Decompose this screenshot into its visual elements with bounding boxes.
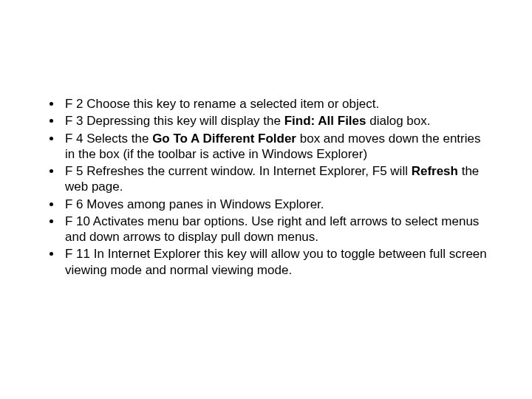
fkey-text: Selects the (83, 132, 153, 146)
fkey-text: Choose this key to rename a selected ite… (83, 97, 380, 111)
fkey-label: F 6 (65, 197, 83, 211)
slide: F 2 Choose this key to rename a selected… (0, 0, 532, 399)
fkey-list: F 2 Choose this key to rename a selected… (44, 96, 488, 278)
fkey-label: F 5 (65, 164, 83, 178)
fkey-text: Refreshes the current window. In Interne… (83, 164, 412, 178)
bold-text: Go To A Different Folder (152, 132, 296, 146)
list-item: F 4 Selects the Go To A Different Folder… (62, 131, 488, 163)
fkey-text: Activates menu bar options. Use right an… (65, 214, 479, 244)
fkey-text: dialog box. (366, 114, 431, 128)
fkey-label: F 4 (65, 132, 83, 146)
bold-text: Find: All Files (284, 114, 366, 128)
fkey-label: F 2 (65, 97, 83, 111)
list-item: F 10 Activates menu bar options. Use rig… (62, 214, 488, 245)
fkey-label: F 10 (65, 214, 90, 228)
list-item: F 6 Moves among panes in Windows Explore… (62, 197, 488, 212)
list-item: F 5 Refreshes the current window. In Int… (62, 163, 488, 195)
fkey-label: F 3 (65, 114, 83, 128)
fkey-text: In Internet Explorer this key will allow… (65, 247, 487, 276)
list-item: F 11 In Internet Explorer this key will … (62, 246, 488, 278)
fkey-text: Depressing this key will display the (83, 114, 284, 128)
list-item: F 2 Choose this key to rename a selected… (62, 96, 488, 112)
list-item: F 3 Depressing this key will display the… (62, 113, 488, 129)
bold-text: Refresh (412, 164, 458, 178)
fkey-text: Moves among panes in Windows Explorer. (83, 197, 324, 211)
fkey-label: F 11 (65, 247, 90, 261)
